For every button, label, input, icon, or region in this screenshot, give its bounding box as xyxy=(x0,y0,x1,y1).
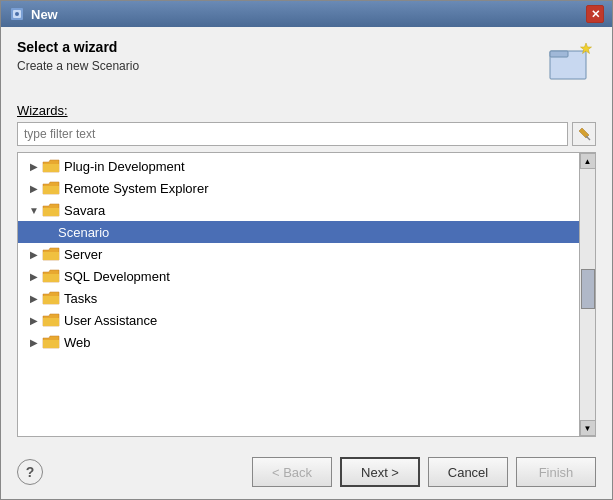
scroll-down-button[interactable]: ▼ xyxy=(580,420,596,436)
cancel-button[interactable]: Cancel xyxy=(428,457,508,487)
tree-item-label: SQL Development xyxy=(64,269,170,284)
footer-left: ? xyxy=(17,459,43,485)
expand-icon-user-assist: ▶ xyxy=(26,312,42,328)
tree-item-label: Scenario xyxy=(58,225,109,240)
help-button[interactable]: ? xyxy=(17,459,43,485)
tree-item-scenario[interactable]: Scenario xyxy=(18,221,579,243)
dialog-icon xyxy=(9,6,25,22)
folder-icon-remote-system xyxy=(42,180,60,196)
wizards-label: Wizards: xyxy=(17,103,596,118)
filter-input[interactable] xyxy=(17,122,568,146)
wizard-title: Select a wizard xyxy=(17,39,139,55)
svg-point-2 xyxy=(15,12,19,16)
tree-item-savara[interactable]: ▼ Savara xyxy=(18,199,579,221)
tree-item-label: Savara xyxy=(64,203,105,218)
folder-icon-user-assist xyxy=(42,312,60,328)
tree-item-sql-dev[interactable]: ▶ SQL Development xyxy=(18,265,579,287)
wizard-image-icon xyxy=(544,39,596,91)
scroll-track xyxy=(580,169,595,420)
scrollbar[interactable]: ▲ ▼ xyxy=(579,153,595,436)
scroll-thumb[interactable] xyxy=(581,269,595,309)
tree-item-server[interactable]: ▶ Server xyxy=(18,243,579,265)
header-text: Select a wizard Create a new Scenario xyxy=(17,39,139,73)
tree-item-user-assist[interactable]: ▶ User Assistance xyxy=(18,309,579,331)
tree-item-plugin-dev[interactable]: ▶ Plug-in Development xyxy=(18,155,579,177)
title-bar: New ✕ xyxy=(1,1,612,27)
expand-icon-savara: ▼ xyxy=(26,202,42,218)
tree-item-label: Tasks xyxy=(64,291,97,306)
tree-item-label: User Assistance xyxy=(64,313,157,328)
tree-item-label: Web xyxy=(64,335,91,350)
folder-icon-plugin-dev xyxy=(42,158,60,174)
title-bar-left: New xyxy=(9,6,58,22)
back-button[interactable]: < Back xyxy=(252,457,332,487)
wizard-subtitle: Create a new Scenario xyxy=(17,59,139,73)
title-text: New xyxy=(31,7,58,22)
expand-icon-sql-dev: ▶ xyxy=(26,268,42,284)
expand-icon-server: ▶ xyxy=(26,246,42,262)
filter-clear-button[interactable] xyxy=(572,122,596,146)
tree-item-label: Remote System Explorer xyxy=(64,181,209,196)
tree-item-web[interactable]: ▶ Web xyxy=(18,331,579,353)
new-wizard-dialog: New ✕ Select a wizard Create a new Scena… xyxy=(0,0,613,500)
scroll-up-button[interactable]: ▲ xyxy=(580,153,596,169)
next-button[interactable]: Next > xyxy=(340,457,420,487)
tree-area: ▶ Plug-in Development ▶ Remote System Ex… xyxy=(17,152,596,437)
tree-item-label: Server xyxy=(64,247,102,262)
content-area: Select a wizard Create a new Scenario Wi… xyxy=(1,27,612,449)
svg-line-6 xyxy=(586,136,590,140)
finish-button[interactable]: Finish xyxy=(516,457,596,487)
tree-item-label: Plug-in Development xyxy=(64,159,185,174)
expand-icon-tasks: ▶ xyxy=(26,290,42,306)
expand-icon-web: ▶ xyxy=(26,334,42,350)
clear-icon xyxy=(577,127,591,141)
footer: ? < Back Next > Cancel Finish xyxy=(1,449,612,499)
tree-list: ▶ Plug-in Development ▶ Remote System Ex… xyxy=(18,153,579,436)
close-button[interactable]: ✕ xyxy=(586,5,604,23)
svg-rect-4 xyxy=(550,51,568,57)
footer-buttons: < Back Next > Cancel Finish xyxy=(252,457,596,487)
folder-icon-web xyxy=(42,334,60,350)
folder-icon-tasks xyxy=(42,290,60,306)
folder-icon-savara xyxy=(42,202,60,218)
expand-icon-remote-system: ▶ xyxy=(26,180,42,196)
expand-icon-plugin-dev: ▶ xyxy=(26,158,42,174)
tree-item-remote-system[interactable]: ▶ Remote System Explorer xyxy=(18,177,579,199)
header-section: Select a wizard Create a new Scenario xyxy=(17,39,596,91)
wizard-icon-area xyxy=(544,39,596,91)
folder-icon-sql-dev xyxy=(42,268,60,284)
filter-row xyxy=(17,122,596,146)
tree-item-tasks[interactable]: ▶ Tasks xyxy=(18,287,579,309)
folder-icon-server xyxy=(42,246,60,262)
